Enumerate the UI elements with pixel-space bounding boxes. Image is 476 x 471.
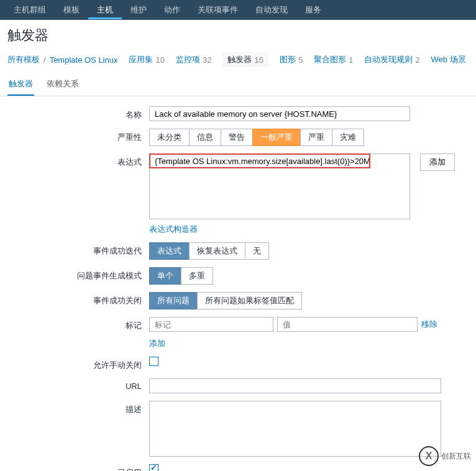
nav-templates[interactable]: 模板 [55,1,88,19]
link-add-tag[interactable]: 添加 [149,339,165,348]
okclose-tagmatch[interactable]: 所有问题如果标签值匹配 [197,292,302,309]
checkbox-manual-close[interactable] [149,357,158,366]
problemmode-multiple[interactable]: 多重 [181,267,213,285]
nav-actions[interactable]: 动作 [155,1,189,19]
bc-count: 15 [254,55,263,65]
nav-discovery[interactable]: 自动发现 [247,1,296,19]
nav-maintenance[interactable]: 维护 [122,1,155,19]
nav-hosts[interactable]: 主机 [88,1,122,19]
label-description: 描述 [7,401,149,415]
label-ok-close: 事件成功关闭 [7,292,149,306]
label-severity: 严重性 [7,129,149,143]
bc-count: 2 [415,55,419,65]
bc-count: 32 [203,55,211,65]
textarea-description[interactable] [149,401,441,457]
bc-all-templates[interactable]: 所有模板 [7,54,40,65]
nav-hostgroups[interactable]: 主机群组 [5,1,55,19]
bc-count: 1 [349,55,353,65]
label-manual-close: 允许手动关闭 [7,357,149,371]
sev-info[interactable]: 信息 [189,129,221,146]
sev-warning[interactable]: 警告 [221,129,253,146]
logo-icon: X [419,446,439,466]
sev-high[interactable]: 严重 [300,129,332,146]
sev-notclassified[interactable]: 未分类 [149,129,190,146]
bc-web[interactable]: Web 场景 [431,54,466,65]
link-expr-builder[interactable]: 表达式构造器 [149,224,198,234]
bc-discovery-rules[interactable]: 自动发现规则 [364,54,413,65]
sev-disaster[interactable]: 灾难 [332,129,364,146]
input-tag-value[interactable] [277,317,418,332]
nav-services[interactable]: 服务 [296,1,330,19]
bc-items[interactable]: 监控项 [176,54,200,65]
bc-applications[interactable]: 应用集 [129,54,153,65]
breadcrumb: 所有模板 / Template OS Linux 应用集 10 监控项 32 触… [0,50,476,70]
tab-dependency[interactable]: 依赖关系 [45,73,80,96]
problemmode-single[interactable]: 单个 [149,267,181,285]
sev-average[interactable]: 一般严重 [252,129,301,146]
footer-logo: X 创新互联 [419,446,471,466]
input-name[interactable] [149,106,410,121]
label-tags: 标记 [7,317,149,331]
okevent-expression[interactable]: 表达式 [149,242,190,260]
input-url[interactable] [149,378,441,393]
label-expression: 表达式 [7,153,149,168]
bc-separator: / [43,55,46,65]
bc-count: 5 [298,55,303,65]
btn-add-expression[interactable]: 添加 [420,153,455,171]
bc-triggers[interactable]: 触发器 [227,54,252,65]
input-tag-name[interactable] [149,317,273,332]
checkbox-enabled[interactable] [149,464,158,471]
label-url: URL [7,378,149,391]
tab-trigger[interactable]: 触发器 [7,73,34,96]
label-enabled: 已启用 [7,464,149,471]
okevent-none[interactable]: 无 [245,242,269,260]
label-problem-mode: 问题事件生成模式 [7,267,149,281]
bc-count: 10 [155,55,164,65]
top-navigation: 主机群组 模板 主机 维护 动作 关联项事件 自动发现 服务 [0,0,476,20]
okevent-recovery[interactable]: 恢复表达式 [189,242,245,260]
bc-template-name[interactable]: Template OS Linux [50,55,118,65]
label-name: 名称 [7,106,149,121]
textarea-expression[interactable]: {Template OS Linux:vm.memory.size[availa… [149,153,410,219]
trigger-form: 名称 严重性 未分类 信息 警告 一般严重 严重 灾难 表达式 {Templat… [0,96,476,471]
severity-group: 未分类 信息 警告 一般严重 严重 灾难 [149,129,364,146]
bc-graphs[interactable]: 图形 [280,54,296,65]
link-remove-tag[interactable]: 移除 [421,319,437,330]
label-ok-event: 事件成功迭代 [7,242,149,257]
bc-screens[interactable]: 聚合图形 [314,54,346,65]
logo-text: 创新互联 [441,451,471,462]
nav-correlation[interactable]: 关联项事件 [189,1,247,19]
sub-tabs: 触发器 依赖关系 [0,73,476,96]
okclose-all[interactable]: 所有问题 [149,292,198,309]
page-title: 触发器 [0,20,476,50]
